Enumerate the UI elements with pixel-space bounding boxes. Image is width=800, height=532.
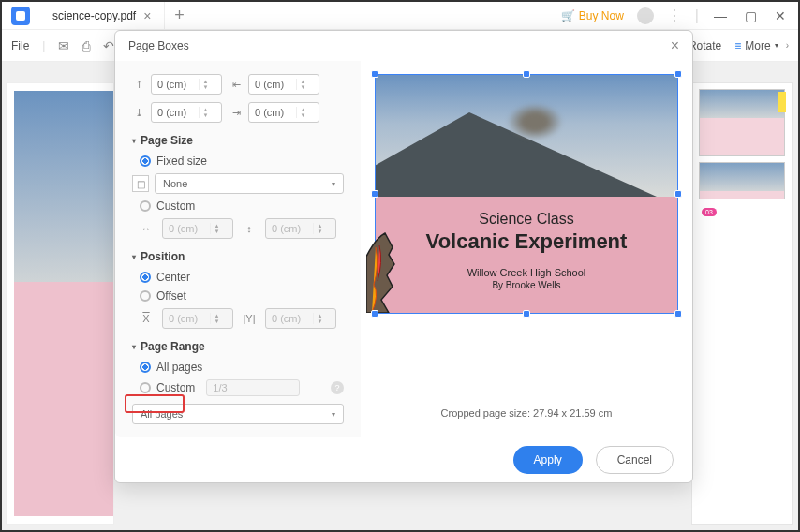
window-close-icon[interactable]: ✕ [772, 8, 789, 23]
app-icon [11, 7, 30, 25]
preview-school: Willow Creek High School [376, 267, 677, 278]
print-icon[interactable]: ⎙ [82, 38, 90, 53]
orientation-icon[interactable]: ◫ [132, 175, 149, 192]
all-pages-radio[interactable]: All pages [140, 361, 344, 374]
crop-handle-w[interactable] [371, 190, 378, 198]
margin-bottom-icon: ⤓ [132, 106, 145, 119]
crop-handle-sw[interactable] [371, 310, 378, 318]
custom-size-radio[interactable]: Custom [140, 200, 344, 213]
crop-handle-ne[interactable] [674, 70, 682, 78]
thumb-page-number: 03 [702, 208, 717, 216]
offset-y-input: ▲▼ [265, 308, 336, 329]
page-thumbnail-sidebar: 03 [691, 82, 793, 525]
page-size-heading[interactable]: Page Size [132, 134, 344, 147]
more-menu[interactable]: ≡ More ▾ › [734, 39, 789, 52]
cart-icon: 🛒 [561, 9, 575, 22]
crop-handle-s[interactable] [523, 310, 530, 318]
custom-height-input: ▲▼ [265, 218, 336, 239]
center-radio[interactable]: Center [140, 271, 344, 284]
height-icon: ↕ [243, 222, 256, 235]
crop-size-label: Cropped page size: 27.94 x 21.59 cm [374, 407, 679, 419]
radio-icon [140, 382, 151, 393]
margin-right-icon: ⇥ [230, 106, 243, 119]
window-maximize-icon[interactable]: ▢ [742, 8, 759, 23]
thumb-bookmark-icon [778, 92, 786, 112]
offset-radio[interactable]: Offset [140, 289, 344, 303]
cancel-button[interactable]: Cancel [596, 446, 674, 474]
position-heading[interactable]: Position [132, 250, 344, 263]
undo-icon[interactable]: ↶ [103, 38, 114, 53]
offset-x-input: ▲▼ [162, 308, 233, 329]
page-preset-select[interactable]: None ▾ [155, 173, 344, 194]
margin-top-input[interactable]: ▲▼ [151, 74, 222, 95]
custom-range-input [206, 379, 300, 396]
tab-add-icon[interactable]: + [165, 6, 194, 25]
apply-to-select[interactable]: All pages ▾ [132, 404, 344, 424]
radio-icon [140, 155, 151, 167]
preview-title: Volcanic Experiment [376, 229, 677, 254]
rotate-menu[interactable]: Rotate [689, 39, 721, 52]
dialog-close-icon[interactable]: × [671, 37, 679, 54]
crop-handle-n[interactable] [523, 70, 530, 78]
tab-title: science-copy.pdf [52, 9, 136, 22]
dialog-left-panel: ⤒ ▲▼ ⇤ ▲▼ ⤓ ▲▼ ⇥ ▲▼ Page Size [115, 61, 361, 437]
mail-icon[interactable]: ✉ [58, 38, 69, 53]
document-tab[interactable]: science-copy.pdf × [39, 2, 165, 29]
window-minimize-icon[interactable]: — [712, 8, 729, 23]
document-main-peek [6, 82, 114, 525]
help-icon[interactable]: ? [331, 381, 344, 394]
chevron-down-icon: ▾ [332, 180, 335, 188]
file-menu[interactable]: File [11, 39, 29, 52]
custom-width-input: ▲▼ [162, 218, 233, 239]
dialog-right-panel: Science Class Volcanic Experiment Willow… [361, 61, 692, 437]
dialog-title: Page Boxes [128, 39, 189, 52]
dialog-header: Page Boxes × [115, 31, 692, 61]
margin-top-icon: ⤒ [132, 78, 145, 91]
radio-icon [140, 200, 151, 212]
tab-close-icon[interactable]: × [143, 8, 151, 23]
x-icon: X [140, 312, 153, 325]
margin-left-icon: ⇤ [230, 78, 243, 91]
preview-author: By Brooke Wells [376, 280, 677, 290]
y-icon: |Y| [243, 312, 256, 325]
crop-preview[interactable]: Science Class Volcanic Experiment Willow… [375, 74, 678, 314]
apply-button[interactable]: Apply [513, 446, 583, 474]
radio-icon [140, 362, 151, 373]
buy-now-link[interactable]: 🛒 Buy Now [561, 9, 624, 22]
radio-icon [140, 290, 151, 302]
chevron-down-icon: ▾ [332, 410, 335, 419]
page-boxes-dialog: Page Boxes × ⤒ ▲▼ ⇤ ▲▼ ⤓ ▲▼ [114, 30, 693, 483]
crop-handle-nw[interactable] [371, 70, 378, 78]
crop-handle-se[interactable] [674, 310, 682, 318]
margin-right-input[interactable]: ▲▼ [248, 102, 319, 123]
margin-bottom-input[interactable]: ▲▼ [151, 102, 222, 123]
user-avatar[interactable] [637, 7, 654, 24]
titlebar: science-copy.pdf × + 🛒 Buy Now ⋮ | — ▢ ✕ [2, 2, 798, 30]
width-icon: ↔ [140, 222, 153, 235]
page-thumbnail[interactable]: 03 [699, 162, 785, 200]
crop-handle-e[interactable] [674, 190, 682, 198]
preview-subtitle: Science Class [376, 211, 677, 228]
fixed-size-radio[interactable]: Fixed size [140, 155, 344, 168]
custom-range-radio[interactable]: Custom ? [140, 379, 344, 396]
page-range-heading[interactable]: Page Range [132, 340, 344, 353]
radio-icon [140, 272, 151, 283]
margin-left-input[interactable]: ▲▼ [248, 74, 319, 95]
page-thumbnail[interactable] [699, 89, 785, 156]
